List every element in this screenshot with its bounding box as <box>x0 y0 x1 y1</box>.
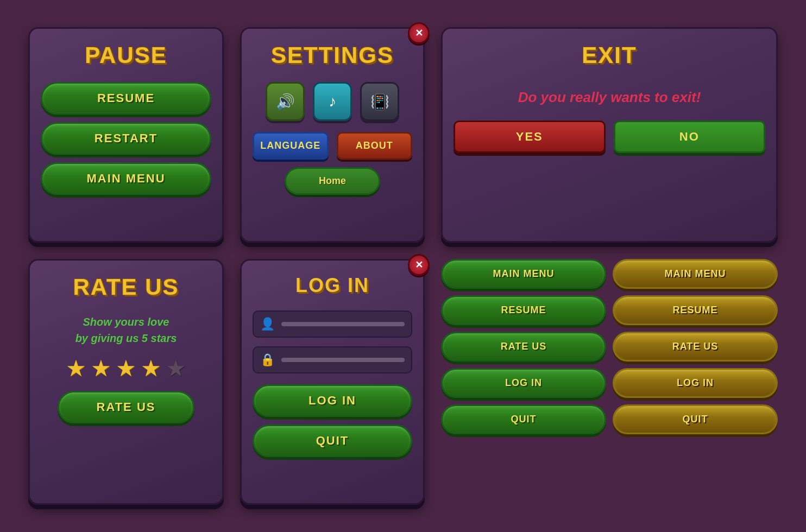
pause-title: PAUSE <box>41 42 211 68</box>
music-icon: ♪ <box>329 93 336 110</box>
exit-subtitle: Do you really wants to exit! <box>454 82 765 107</box>
exit-panel: EXIT Do you really wants to exit! YES NO <box>441 27 778 243</box>
rateus-panel: RATE US Show yours loveby giving us 5 st… <box>28 259 224 505</box>
sound-icon: 🔊 <box>276 93 295 111</box>
star-3[interactable]: ★ <box>116 357 136 380</box>
sound-icon-button[interactable]: 🔊 <box>266 82 305 121</box>
star-5[interactable]: ★ <box>166 357 186 380</box>
stars-row: ★ ★ ★ ★ ★ <box>41 357 211 380</box>
rateus-subtitle: Show yours loveby giving us 5 stars <box>41 314 211 346</box>
col-resume-gold[interactable]: RESUME <box>613 295 778 325</box>
username-input[interactable] <box>281 322 405 326</box>
star-4[interactable]: ★ <box>141 357 161 380</box>
star-2[interactable]: ★ <box>91 357 111 380</box>
user-icon: 👤 <box>260 317 275 331</box>
vibrate-icon-button[interactable]: 📳 <box>360 82 399 121</box>
rateus-button[interactable]: RATE US <box>58 391 194 423</box>
settings-title: SETTINGS <box>253 42 412 68</box>
home-button[interactable]: Home <box>285 167 380 195</box>
yes-button[interactable]: YES <box>454 121 606 153</box>
language-button[interactable]: LANGUAGE <box>253 132 329 160</box>
vibrate-icon: 📳 <box>370 93 389 111</box>
col-rateus-gold[interactable]: RATE US <box>613 332 778 362</box>
col-login-gold[interactable]: LOG IN <box>613 368 778 398</box>
quit-button[interactable]: QUIT <box>253 425 412 457</box>
exit-buttons-row: YES NO <box>454 121 765 153</box>
col-rateus-green[interactable]: RATE US <box>441 332 606 362</box>
pause-panel: PAUSE RESUME RESTART MAIN MENU <box>28 27 224 243</box>
music-icon-button[interactable]: ♪ <box>313 82 352 121</box>
button-collection: MAIN MENU MAIN MENU RESUME RESUME RATE U… <box>441 259 778 505</box>
login-panel: LOG IN 👤 🔒 LOG IN QUIT <box>240 259 425 505</box>
resume-button[interactable]: RESUME <box>41 82 211 115</box>
settings-lang-about-row: LANGUAGE ABOUT <box>253 132 412 160</box>
exit-title: EXIT <box>454 42 765 68</box>
settings-close-button[interactable] <box>408 22 430 44</box>
about-button[interactable]: ABOUT <box>337 132 413 160</box>
login-title: LOG IN <box>253 274 412 297</box>
col-quit-gold[interactable]: QUIT <box>613 404 778 434</box>
settings-panel: SETTINGS 🔊 ♪ 📳 LANGUAGE ABOUT Home <box>240 27 425 243</box>
no-button[interactable]: NO <box>614 121 766 153</box>
rateus-title: RATE US <box>41 274 211 300</box>
settings-icons-row: 🔊 ♪ 📳 <box>253 82 412 121</box>
password-input[interactable] <box>281 358 405 362</box>
main-container: PAUSE RESUME RESTART MAIN MENU SETTINGS … <box>12 11 794 521</box>
username-input-row: 👤 <box>253 311 412 338</box>
password-input-row: 🔒 <box>253 346 412 373</box>
col-quit-green[interactable]: QUIT <box>441 404 606 434</box>
lock-icon: 🔒 <box>260 353 275 367</box>
main-menu-button[interactable]: MAIN MENU <box>41 162 211 195</box>
star-1[interactable]: ★ <box>66 357 86 380</box>
col-main-menu-gold[interactable]: MAIN MENU <box>613 259 778 289</box>
col-resume-green[interactable]: RESUME <box>441 295 606 325</box>
login-close-button[interactable] <box>408 254 430 276</box>
col-main-menu-green[interactable]: MAIN MENU <box>441 259 606 289</box>
restart-button[interactable]: RESTART <box>41 122 211 155</box>
col-login-green[interactable]: LOG IN <box>441 368 606 398</box>
login-button[interactable]: LOG IN <box>253 384 412 417</box>
